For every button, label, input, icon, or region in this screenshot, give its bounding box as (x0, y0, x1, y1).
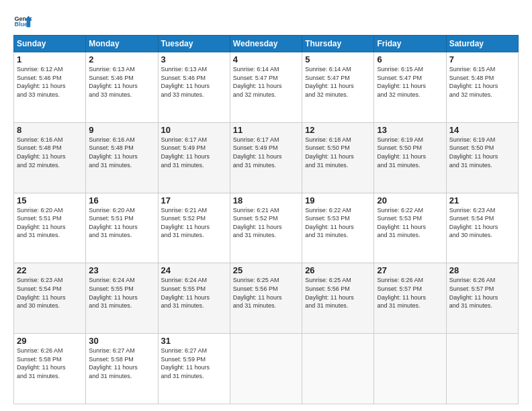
calendar-day-cell: 22Sunrise: 6:23 AM Sunset: 5:54 PM Dayli… (14, 263, 86, 334)
calendar-day-cell: 30Sunrise: 6:27 AM Sunset: 5:58 PM Dayli… (86, 334, 158, 404)
day-info: Sunrise: 6:19 AM Sunset: 5:50 PM Dayligh… (377, 136, 443, 169)
calendar-day-cell: 11Sunrise: 6:17 AM Sunset: 5:49 PM Dayli… (230, 122, 302, 193)
calendar-day-cell: 10Sunrise: 6:17 AM Sunset: 5:49 PM Dayli… (158, 122, 230, 193)
day-number: 20 (377, 195, 443, 205)
calendar-day-cell: 27Sunrise: 6:26 AM Sunset: 5:57 PM Dayli… (374, 263, 446, 334)
calendar-day-cell: 13Sunrise: 6:19 AM Sunset: 5:50 PM Dayli… (374, 122, 446, 193)
calendar-day-cell: 8Sunrise: 6:16 AM Sunset: 5:48 PM Daylig… (14, 122, 86, 193)
day-number: 27 (377, 265, 443, 275)
day-info: Sunrise: 6:17 AM Sunset: 5:49 PM Dayligh… (233, 136, 299, 169)
day-info: Sunrise: 6:15 AM Sunset: 5:47 PM Dayligh… (377, 65, 443, 99)
day-number: 23 (89, 265, 154, 275)
day-number: 29 (17, 336, 83, 346)
day-number: 8 (17, 125, 83, 135)
day-number: 18 (233, 195, 299, 205)
calendar-day-cell: 9Sunrise: 6:16 AM Sunset: 5:48 PM Daylig… (86, 122, 158, 193)
calendar-day-cell: 1Sunrise: 6:12 AM Sunset: 5:46 PM Daylig… (14, 52, 86, 123)
calendar-day-cell: 4Sunrise: 6:14 AM Sunset: 5:47 PM Daylig… (230, 52, 302, 123)
day-header-wednesday: Wednesday (230, 36, 302, 52)
day-number: 2 (89, 54, 154, 64)
calendar-week-row: 8Sunrise: 6:16 AM Sunset: 5:48 PM Daylig… (14, 122, 519, 193)
day-number: 4 (233, 54, 299, 64)
calendar-day-cell: 2Sunrise: 6:13 AM Sunset: 5:46 PM Daylig… (86, 52, 158, 123)
calendar-day-cell: 23Sunrise: 6:24 AM Sunset: 5:55 PM Dayli… (86, 263, 158, 334)
calendar-day-cell (374, 334, 446, 404)
day-header-monday: Monday (86, 36, 158, 52)
day-header-tuesday: Tuesday (158, 36, 230, 52)
day-number: 14 (449, 125, 515, 135)
day-info: Sunrise: 6:13 AM Sunset: 5:46 PM Dayligh… (161, 65, 227, 99)
logo-icon: General Blue (13, 12, 32, 31)
day-info: Sunrise: 6:26 AM Sunset: 5:58 PM Dayligh… (17, 347, 83, 380)
day-number: 10 (161, 125, 227, 135)
calendar-day-cell (302, 334, 374, 404)
day-number: 3 (161, 54, 227, 64)
day-info: Sunrise: 6:23 AM Sunset: 5:54 PM Dayligh… (449, 206, 515, 240)
day-info: Sunrise: 6:27 AM Sunset: 5:58 PM Dayligh… (89, 347, 154, 380)
day-info: Sunrise: 6:18 AM Sunset: 5:50 PM Dayligh… (305, 136, 371, 169)
calendar-day-cell: 18Sunrise: 6:21 AM Sunset: 5:52 PM Dayli… (230, 193, 302, 263)
day-number: 7 (449, 54, 515, 64)
day-number: 5 (305, 54, 371, 64)
day-info: Sunrise: 6:13 AM Sunset: 5:46 PM Dayligh… (89, 65, 154, 99)
day-header-sunday: Sunday (14, 36, 86, 52)
day-info: Sunrise: 6:25 AM Sunset: 5:56 PM Dayligh… (233, 276, 299, 310)
day-info: Sunrise: 6:24 AM Sunset: 5:55 PM Dayligh… (161, 276, 227, 310)
day-number: 15 (17, 195, 83, 205)
day-number: 19 (305, 195, 371, 205)
day-header-thursday: Thursday (302, 36, 374, 52)
calendar-day-cell: 7Sunrise: 6:15 AM Sunset: 5:48 PM Daylig… (446, 52, 518, 123)
calendar-day-cell: 15Sunrise: 6:20 AM Sunset: 5:51 PM Dayli… (14, 193, 86, 263)
day-info: Sunrise: 6:15 AM Sunset: 5:48 PM Dayligh… (449, 65, 515, 99)
day-number: 6 (377, 54, 443, 64)
calendar-day-cell: 20Sunrise: 6:22 AM Sunset: 5:53 PM Dayli… (374, 193, 446, 263)
day-info: Sunrise: 6:12 AM Sunset: 5:46 PM Dayligh… (17, 65, 83, 99)
day-info: Sunrise: 6:22 AM Sunset: 5:53 PM Dayligh… (377, 206, 443, 240)
calendar-day-cell: 5Sunrise: 6:14 AM Sunset: 5:47 PM Daylig… (302, 52, 374, 123)
day-number: 31 (161, 336, 227, 346)
day-number: 25 (233, 265, 299, 275)
calendar-week-row: 1Sunrise: 6:12 AM Sunset: 5:46 PM Daylig… (14, 52, 519, 123)
day-number: 11 (233, 125, 299, 135)
day-number: 24 (161, 265, 227, 275)
logo: General Blue (13, 12, 34, 31)
calendar-day-cell (446, 334, 518, 404)
day-header-friday: Friday (374, 36, 446, 52)
calendar-day-cell: 28Sunrise: 6:26 AM Sunset: 5:57 PM Dayli… (446, 263, 518, 334)
day-number: 26 (305, 265, 371, 275)
day-number: 16 (89, 195, 154, 205)
day-number: 22 (17, 265, 83, 275)
calendar-day-cell: 6Sunrise: 6:15 AM Sunset: 5:47 PM Daylig… (374, 52, 446, 123)
day-header-saturday: Saturday (446, 36, 518, 52)
day-number: 9 (89, 125, 154, 135)
day-number: 21 (449, 195, 515, 205)
calendar-day-cell: 19Sunrise: 6:22 AM Sunset: 5:53 PM Dayli… (302, 193, 374, 263)
day-info: Sunrise: 6:24 AM Sunset: 5:55 PM Dayligh… (89, 276, 154, 310)
page: General Blue SundayMondayTuesdayWednesda… (0, 0, 532, 411)
day-info: Sunrise: 6:26 AM Sunset: 5:57 PM Dayligh… (377, 276, 443, 310)
calendar-day-cell: 3Sunrise: 6:13 AM Sunset: 5:46 PM Daylig… (158, 52, 230, 123)
calendar-day-cell: 14Sunrise: 6:19 AM Sunset: 5:50 PM Dayli… (446, 122, 518, 193)
calendar-day-cell: 25Sunrise: 6:25 AM Sunset: 5:56 PM Dayli… (230, 263, 302, 334)
day-number: 13 (377, 125, 443, 135)
calendar-week-row: 22Sunrise: 6:23 AM Sunset: 5:54 PM Dayli… (14, 263, 519, 334)
day-info: Sunrise: 6:27 AM Sunset: 5:59 PM Dayligh… (161, 347, 227, 380)
calendar-day-cell: 29Sunrise: 6:26 AM Sunset: 5:58 PM Dayli… (14, 334, 86, 404)
day-info: Sunrise: 6:14 AM Sunset: 5:47 PM Dayligh… (305, 65, 371, 99)
calendar-day-cell: 31Sunrise: 6:27 AM Sunset: 5:59 PM Dayli… (158, 334, 230, 404)
day-number: 30 (89, 336, 154, 346)
calendar-day-cell (230, 334, 302, 404)
calendar-week-row: 29Sunrise: 6:26 AM Sunset: 5:58 PM Dayli… (14, 334, 519, 404)
header: General Blue (13, 12, 519, 31)
day-info: Sunrise: 6:17 AM Sunset: 5:49 PM Dayligh… (161, 136, 227, 169)
calendar-day-cell: 17Sunrise: 6:21 AM Sunset: 5:52 PM Dayli… (158, 193, 230, 263)
day-info: Sunrise: 6:22 AM Sunset: 5:53 PM Dayligh… (305, 206, 371, 240)
day-info: Sunrise: 6:20 AM Sunset: 5:51 PM Dayligh… (17, 206, 83, 240)
calendar-day-cell: 16Sunrise: 6:20 AM Sunset: 5:51 PM Dayli… (86, 193, 158, 263)
day-info: Sunrise: 6:21 AM Sunset: 5:52 PM Dayligh… (161, 206, 227, 240)
calendar-week-row: 15Sunrise: 6:20 AM Sunset: 5:51 PM Dayli… (14, 193, 519, 263)
day-number: 12 (305, 125, 371, 135)
calendar-day-cell: 24Sunrise: 6:24 AM Sunset: 5:55 PM Dayli… (158, 263, 230, 334)
day-info: Sunrise: 6:16 AM Sunset: 5:48 PM Dayligh… (89, 136, 154, 169)
day-number: 28 (449, 265, 515, 275)
